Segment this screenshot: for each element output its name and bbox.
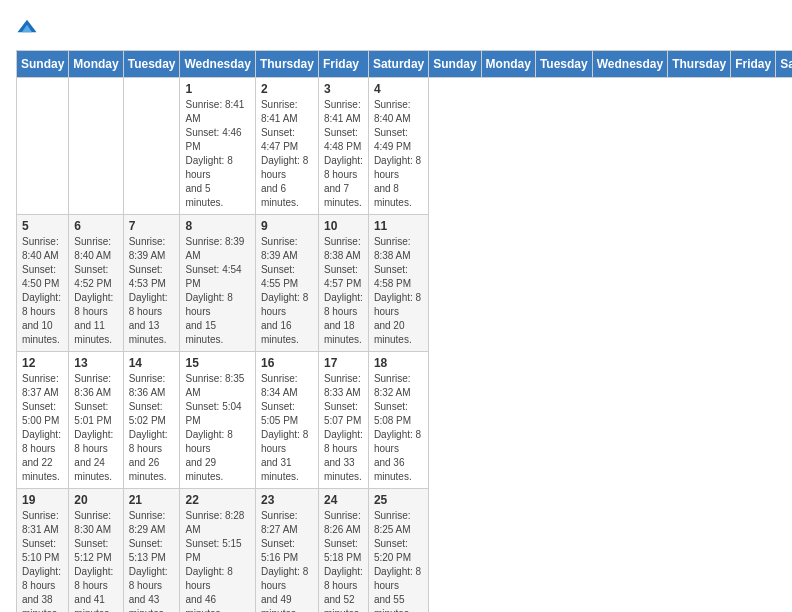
col-header-sunday: Sunday <box>17 51 69 78</box>
day-number: 11 <box>374 219 423 233</box>
day-number: 15 <box>185 356 249 370</box>
day-info: Sunrise: 8:39 AM Sunset: 4:53 PM Dayligh… <box>129 235 175 347</box>
col-header-monday: Monday <box>69 51 123 78</box>
day-number: 20 <box>74 493 117 507</box>
day-info: Sunrise: 8:25 AM Sunset: 5:20 PM Dayligh… <box>374 509 423 612</box>
day-info: Sunrise: 8:38 AM Sunset: 4:57 PM Dayligh… <box>324 235 363 347</box>
day-info: Sunrise: 8:40 AM Sunset: 4:49 PM Dayligh… <box>374 98 423 210</box>
day-cell-23: 23Sunrise: 8:27 AM Sunset: 5:16 PM Dayli… <box>255 489 318 613</box>
week-row-1: 1Sunrise: 8:41 AM Sunset: 4:46 PM Daylig… <box>17 78 793 215</box>
col-header-tuesday: Tuesday <box>535 51 592 78</box>
day-info: Sunrise: 8:41 AM Sunset: 4:47 PM Dayligh… <box>261 98 313 210</box>
day-info: Sunrise: 8:35 AM Sunset: 5:04 PM Dayligh… <box>185 372 249 484</box>
col-header-sunday: Sunday <box>429 51 481 78</box>
day-number: 7 <box>129 219 175 233</box>
day-info: Sunrise: 8:29 AM Sunset: 5:13 PM Dayligh… <box>129 509 175 612</box>
day-number: 18 <box>374 356 423 370</box>
day-cell-11: 11Sunrise: 8:38 AM Sunset: 4:58 PM Dayli… <box>368 215 428 352</box>
day-info: Sunrise: 8:27 AM Sunset: 5:16 PM Dayligh… <box>261 509 313 612</box>
day-cell-14: 14Sunrise: 8:36 AM Sunset: 5:02 PM Dayli… <box>123 352 180 489</box>
day-number: 24 <box>324 493 363 507</box>
day-cell-empty <box>17 78 69 215</box>
day-cell-8: 8Sunrise: 8:39 AM Sunset: 4:54 PM Daylig… <box>180 215 255 352</box>
day-cell-16: 16Sunrise: 8:34 AM Sunset: 5:05 PM Dayli… <box>255 352 318 489</box>
day-cell-9: 9Sunrise: 8:39 AM Sunset: 4:55 PM Daylig… <box>255 215 318 352</box>
logo-icon <box>16 16 38 38</box>
day-info: Sunrise: 8:36 AM Sunset: 5:01 PM Dayligh… <box>74 372 117 484</box>
day-cell-2: 2Sunrise: 8:41 AM Sunset: 4:47 PM Daylig… <box>255 78 318 215</box>
day-info: Sunrise: 8:40 AM Sunset: 4:50 PM Dayligh… <box>22 235 63 347</box>
day-cell-18: 18Sunrise: 8:32 AM Sunset: 5:08 PM Dayli… <box>368 352 428 489</box>
day-cell-empty <box>123 78 180 215</box>
day-number: 6 <box>74 219 117 233</box>
day-number: 4 <box>374 82 423 96</box>
calendar-table: SundayMondayTuesdayWednesdayThursdayFrid… <box>16 50 792 612</box>
col-header-friday: Friday <box>731 51 776 78</box>
col-header-wednesday: Wednesday <box>180 51 255 78</box>
day-info: Sunrise: 8:28 AM Sunset: 5:15 PM Dayligh… <box>185 509 249 612</box>
week-row-4: 19Sunrise: 8:31 AM Sunset: 5:10 PM Dayli… <box>17 489 793 613</box>
day-info: Sunrise: 8:30 AM Sunset: 5:12 PM Dayligh… <box>74 509 117 612</box>
day-number: 3 <box>324 82 363 96</box>
day-cell-15: 15Sunrise: 8:35 AM Sunset: 5:04 PM Dayli… <box>180 352 255 489</box>
day-number: 5 <box>22 219 63 233</box>
day-cell-7: 7Sunrise: 8:39 AM Sunset: 4:53 PM Daylig… <box>123 215 180 352</box>
col-header-wednesday: Wednesday <box>592 51 667 78</box>
day-number: 19 <box>22 493 63 507</box>
col-header-thursday: Thursday <box>255 51 318 78</box>
day-cell-4: 4Sunrise: 8:40 AM Sunset: 4:49 PM Daylig… <box>368 78 428 215</box>
day-info: Sunrise: 8:32 AM Sunset: 5:08 PM Dayligh… <box>374 372 423 484</box>
day-cell-25: 25Sunrise: 8:25 AM Sunset: 5:20 PM Dayli… <box>368 489 428 613</box>
day-info: Sunrise: 8:41 AM Sunset: 4:46 PM Dayligh… <box>185 98 249 210</box>
day-number: 23 <box>261 493 313 507</box>
day-cell-24: 24Sunrise: 8:26 AM Sunset: 5:18 PM Dayli… <box>318 489 368 613</box>
day-cell-10: 10Sunrise: 8:38 AM Sunset: 4:57 PM Dayli… <box>318 215 368 352</box>
day-cell-20: 20Sunrise: 8:30 AM Sunset: 5:12 PM Dayli… <box>69 489 123 613</box>
day-number: 8 <box>185 219 249 233</box>
col-header-thursday: Thursday <box>668 51 731 78</box>
page-header <box>16 16 776 38</box>
col-header-monday: Monday <box>481 51 535 78</box>
day-info: Sunrise: 8:34 AM Sunset: 5:05 PM Dayligh… <box>261 372 313 484</box>
day-info: Sunrise: 8:39 AM Sunset: 4:54 PM Dayligh… <box>185 235 249 347</box>
day-cell-13: 13Sunrise: 8:36 AM Sunset: 5:01 PM Dayli… <box>69 352 123 489</box>
day-info: Sunrise: 8:26 AM Sunset: 5:18 PM Dayligh… <box>324 509 363 612</box>
day-cell-19: 19Sunrise: 8:31 AM Sunset: 5:10 PM Dayli… <box>17 489 69 613</box>
day-cell-21: 21Sunrise: 8:29 AM Sunset: 5:13 PM Dayli… <box>123 489 180 613</box>
day-info: Sunrise: 8:37 AM Sunset: 5:00 PM Dayligh… <box>22 372 63 484</box>
day-number: 16 <box>261 356 313 370</box>
col-header-saturday: Saturday <box>776 51 792 78</box>
col-header-friday: Friday <box>318 51 368 78</box>
day-number: 12 <box>22 356 63 370</box>
day-number: 22 <box>185 493 249 507</box>
col-header-tuesday: Tuesday <box>123 51 180 78</box>
day-cell-5: 5Sunrise: 8:40 AM Sunset: 4:50 PM Daylig… <box>17 215 69 352</box>
week-row-3: 12Sunrise: 8:37 AM Sunset: 5:00 PM Dayli… <box>17 352 793 489</box>
day-cell-17: 17Sunrise: 8:33 AM Sunset: 5:07 PM Dayli… <box>318 352 368 489</box>
day-cell-empty <box>69 78 123 215</box>
day-number: 17 <box>324 356 363 370</box>
day-info: Sunrise: 8:31 AM Sunset: 5:10 PM Dayligh… <box>22 509 63 612</box>
day-number: 21 <box>129 493 175 507</box>
day-number: 10 <box>324 219 363 233</box>
day-info: Sunrise: 8:41 AM Sunset: 4:48 PM Dayligh… <box>324 98 363 210</box>
day-info: Sunrise: 8:39 AM Sunset: 4:55 PM Dayligh… <box>261 235 313 347</box>
day-cell-1: 1Sunrise: 8:41 AM Sunset: 4:46 PM Daylig… <box>180 78 255 215</box>
day-number: 25 <box>374 493 423 507</box>
day-cell-12: 12Sunrise: 8:37 AM Sunset: 5:00 PM Dayli… <box>17 352 69 489</box>
day-cell-3: 3Sunrise: 8:41 AM Sunset: 4:48 PM Daylig… <box>318 78 368 215</box>
week-row-2: 5Sunrise: 8:40 AM Sunset: 4:50 PM Daylig… <box>17 215 793 352</box>
day-number: 9 <box>261 219 313 233</box>
day-info: Sunrise: 8:36 AM Sunset: 5:02 PM Dayligh… <box>129 372 175 484</box>
header-row: SundayMondayTuesdayWednesdayThursdayFrid… <box>17 51 793 78</box>
day-number: 14 <box>129 356 175 370</box>
day-cell-22: 22Sunrise: 8:28 AM Sunset: 5:15 PM Dayli… <box>180 489 255 613</box>
logo <box>16 16 42 38</box>
day-info: Sunrise: 8:33 AM Sunset: 5:07 PM Dayligh… <box>324 372 363 484</box>
day-number: 1 <box>185 82 249 96</box>
day-info: Sunrise: 8:40 AM Sunset: 4:52 PM Dayligh… <box>74 235 117 347</box>
day-number: 13 <box>74 356 117 370</box>
col-header-saturday: Saturday <box>368 51 428 78</box>
day-number: 2 <box>261 82 313 96</box>
day-cell-6: 6Sunrise: 8:40 AM Sunset: 4:52 PM Daylig… <box>69 215 123 352</box>
